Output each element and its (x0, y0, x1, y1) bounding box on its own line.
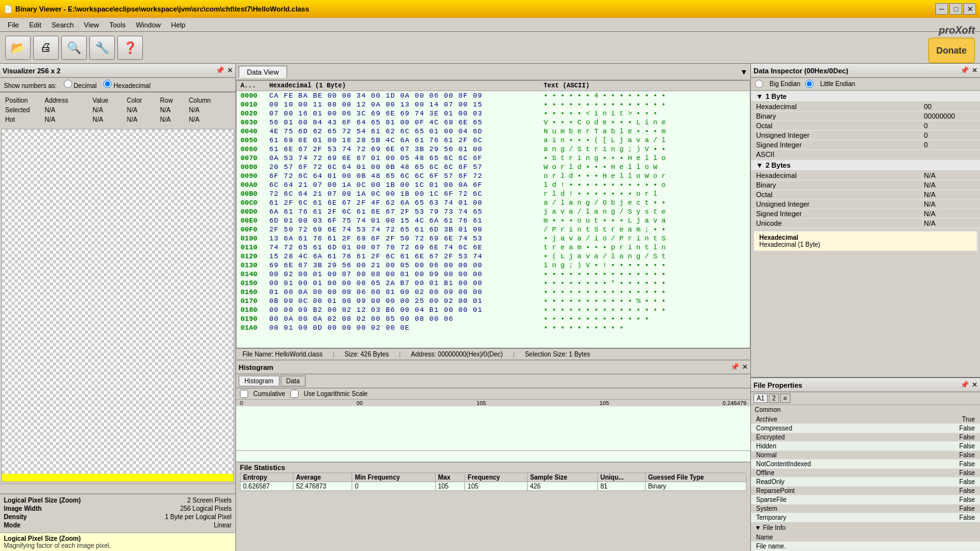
hex-row[interactable]: 010013 6A 61 76 61 2F 69 6F 2F 50 72 69 … (237, 234, 750, 243)
byte2-expand-icon[interactable]: ▼ (756, 161, 763, 169)
hex-row[interactable]: 011074 72 65 61 6D 01 00 07 70 72 69 6E … (237, 243, 750, 252)
hex-row[interactable]: 002007 00 16 01 00 06 3C 69 6E 69 74 3E … (237, 109, 750, 118)
menu-tools[interactable]: Tools (104, 20, 131, 30)
log-scale-checkbox[interactable] (290, 390, 299, 398)
help-button[interactable]: ❓ (117, 36, 143, 60)
hex-addr: 0100 (241, 234, 269, 243)
print-button[interactable]: 🖨 (33, 36, 59, 60)
hex-row[interactable]: 00C061 2F 6C 61 6E 67 2F 4F 62 6A 65 63 … (237, 198, 750, 207)
visualizer-scrollbar[interactable] (0, 483, 235, 494)
hex-row[interactable]: 016001 00 0A 00 00 00 06 00 01 00 02 00 … (237, 288, 750, 297)
col-unique: Uniqu... (597, 473, 645, 482)
minimize-button[interactable]: ─ (935, 3, 948, 15)
inspector-pin-icon[interactable]: 📌 (960, 66, 969, 75)
byte1-expand-icon[interactable]: ▼ (756, 92, 763, 100)
hex-row[interactable]: 00A06C 64 21 07 00 1A 0C 00 1B 00 1C 01 … (237, 180, 750, 189)
hex-row[interactable]: 008020 57 6F 72 6C 64 01 00 0B 48 65 6C … (237, 163, 750, 172)
val-entropy: 0.626587 (241, 482, 293, 491)
menu-window[interactable]: Window (131, 20, 166, 30)
hex-row[interactable]: 00404E 75 6D 62 65 72 54 61 62 6C 65 01 … (237, 127, 750, 136)
menu-help[interactable]: Help (166, 20, 191, 30)
hex-row[interactable]: 019000 0A 00 0A 02 00 02 00 05 00 08 00 … (237, 314, 750, 323)
file-props-tab-list[interactable]: ≡ (780, 393, 791, 403)
donate-button[interactable]: Donate (928, 38, 975, 63)
file-stats-header-row: Entropy Average Min Frequency Max Freque… (241, 473, 746, 482)
maximize-button[interactable]: □ (949, 3, 962, 15)
hex-row[interactable]: 00E06D 01 00 03 6F 75 74 01 00 15 4C 6A … (237, 216, 750, 225)
hex-bytes: 61 69 6E 01 00 16 28 5B 4C 6A 61 76 61 2… (269, 136, 544, 145)
numbers-format-bar: Show numbers as: Decimal Hexadecimal (0, 78, 235, 92)
histogram-tab-histogram[interactable]: Histogram (239, 376, 279, 386)
menu-search[interactable]: Search (47, 20, 79, 30)
hex-row[interactable]: 003056 01 00 04 43 6F 64 65 01 00 0F 4C … (237, 118, 750, 127)
decimal-label[interactable]: Decimal (64, 82, 99, 89)
info-panel: Logical Pixel Size (Zoom) 2 Screen Pixel… (0, 494, 235, 533)
byte1-fields: Hexadecimal00Binary00000000Octal0Unsigne… (751, 102, 980, 159)
hex-addr: 0130 (241, 261, 269, 270)
inspector-close-icon[interactable]: ✕ (972, 66, 977, 75)
prop-val: False (960, 443, 975, 450)
hex-row[interactable]: 015000 01 00 01 00 00 00 05 2A B7 00 01 … (237, 279, 750, 288)
search-button[interactable]: 🔍 (61, 36, 87, 60)
hex-view[interactable]: A... Hexadecimal (1 Byte) Text (ASCII) 0… (236, 80, 750, 348)
menu-view[interactable]: View (79, 20, 105, 30)
hex-row[interactable]: 012015 28 4C 6A 61 76 61 2F 6C 61 6E 67 … (237, 252, 750, 261)
hex-addr: 0110 (241, 243, 269, 252)
width-info-row: Image Width 256 Logical Pixels (4, 505, 232, 512)
hex-row[interactable]: 001000 10 00 11 08 00 12 0A 00 13 00 14 … (237, 100, 750, 109)
cumulative-checkbox[interactable] (240, 390, 248, 398)
menu-file[interactable]: File (3, 20, 24, 30)
hex-row[interactable]: 00906F 72 6C 64 01 00 0B 48 65 6C 6C 6F … (237, 172, 750, 180)
hex-row[interactable]: 00D06A 61 76 61 2F 6C 61 6E 67 2F 53 79 … (237, 207, 750, 216)
hex-row[interactable]: 018000 00 09 B2 00 02 12 03 B6 00 04 B1 … (237, 305, 750, 314)
hex-row[interactable]: 00700A 53 74 72 69 6E 67 01 00 05 48 65 … (237, 154, 750, 163)
hot-value: N/A (91, 115, 124, 124)
hex-row[interactable]: 01A000 01 00 0D 00 00 00 02 00 0E• • • •… (237, 323, 750, 332)
fileinfo-section-label: ▼ File Info (751, 522, 980, 533)
hex-row[interactable]: 00B072 6C 64 21 07 00 1A 0C 00 1B 00 1C … (237, 189, 750, 198)
big-endian-radio[interactable] (755, 80, 763, 88)
hex-row[interactable]: 01700B 00 0C 00 01 00 09 00 00 00 25 00 … (237, 297, 750, 305)
hex-radio[interactable] (103, 80, 112, 88)
visualizer-close-icon[interactable]: ✕ (227, 66, 233, 75)
inspector-row: Hexadecimal00 (751, 102, 980, 112)
hex-row[interactable]: 014000 02 00 01 00 07 00 08 00 01 00 09 … (237, 270, 750, 279)
file-props-tab-2[interactable]: 2 (769, 393, 779, 403)
address-status: Address: 00000000(Hex)/0(Dec) (408, 350, 505, 358)
hex-row[interactable]: 013069 6E 67 3B 29 56 00 21 00 05 00 06 … (237, 261, 750, 270)
data-view-arrow-icon[interactable]: ▼ (740, 68, 748, 77)
hot-label: Hot (4, 115, 42, 124)
close-button[interactable]: ✕ (963, 3, 976, 15)
hex-row[interactable]: 006061 6E 67 2F 53 74 72 69 6E 67 3B 29 … (237, 145, 750, 154)
hex-text: m • • • o u t • • • L j a v a (544, 216, 746, 225)
little-endian-radio[interactable] (805, 80, 813, 88)
fileinfo-section-toggle[interactable]: ▼ (755, 524, 763, 531)
open-button[interactable]: 📂 (5, 36, 31, 60)
data-view-tab[interactable]: Data View (239, 66, 287, 78)
file-props-header: File Properties 📌 ✕ (751, 378, 980, 392)
file-props-tab-a1[interactable]: A1 (754, 393, 768, 403)
hex-addr: 00B0 (241, 189, 269, 198)
menu-edit[interactable]: Edit (24, 20, 47, 30)
hex-label[interactable]: Hexadecimal (103, 82, 151, 89)
decimal-radio[interactable] (64, 80, 72, 88)
visualizer-image[interactable] (1, 129, 234, 482)
histogram-close-icon[interactable]: ✕ (742, 363, 748, 371)
file-props-pin-icon[interactable]: 📌 (960, 381, 969, 389)
hex-bytes: 00 01 00 0D 00 00 00 02 00 0E (269, 323, 544, 332)
inspector-field-val (924, 151, 975, 158)
hex-row[interactable]: 0000CA FE BA BE 00 00 34 00 1D 0A 00 06 … (237, 91, 750, 100)
prop-val: False (960, 425, 975, 432)
hex-row[interactable]: 00F02F 50 72 69 6E 74 53 74 72 65 61 6D … (237, 225, 750, 234)
file-props-close-icon[interactable]: ✕ (972, 381, 977, 389)
selected-color: N/A (126, 106, 158, 114)
visualizer-pin-icon[interactable]: 📌 (216, 66, 225, 75)
hex-row[interactable]: 005061 69 6E 01 00 16 28 5B 4C 6A 61 76 … (237, 136, 750, 145)
histogram-tab-data[interactable]: Data (281, 376, 306, 386)
title-bar: 📄 Binary Viewer - E:\workspace\eclipse\w… (0, 0, 980, 18)
settings-button[interactable]: 🔧 (89, 36, 115, 60)
histogram-pin-icon[interactable]: 📌 (731, 363, 739, 371)
hex-bytes: 6A 61 76 61 2F 6C 61 6E 67 2F 53 79 73 7… (269, 207, 544, 216)
hex-addr: 0170 (241, 297, 269, 305)
hex-addr: 00D0 (241, 207, 269, 216)
